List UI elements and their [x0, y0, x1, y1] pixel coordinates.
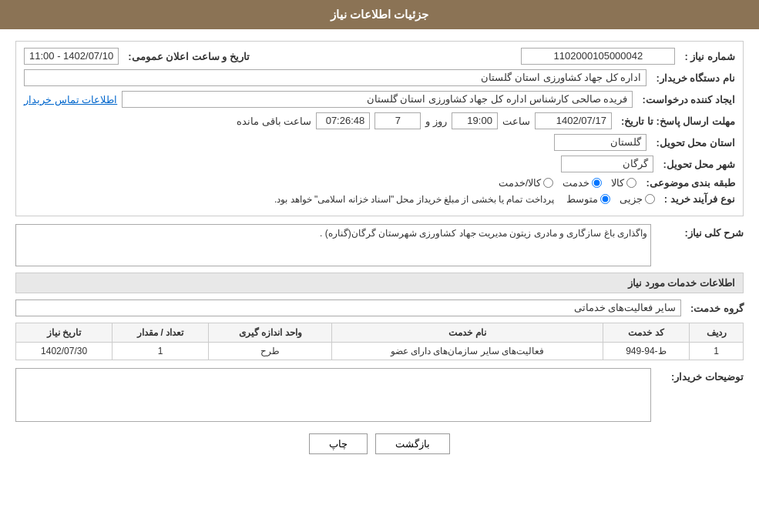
sherh-box-container: واگذاری باغ سازگاری و مادری زیتون مدیریت… — [15, 224, 651, 266]
ijad-konande-row: ایجاد کننده درخواست: فریده صالحی کارشناس… — [24, 91, 735, 108]
cell-vahed: طرح — [209, 343, 332, 360]
tabaqe-khedmat: خدمت — [563, 177, 602, 189]
tabaqe-khedmat-label: خدمت — [563, 177, 589, 189]
cell-tarikh: 1402/07/30 — [16, 343, 113, 360]
nooe-motevaset-label: متوسط — [566, 193, 598, 205]
saat-value: 19:00 — [452, 112, 498, 129]
ostan-row: استان محل تحویل: گلستان — [24, 134, 735, 151]
tabaqe-kala-khedmat-label: کالا/خدمت — [499, 177, 542, 189]
table-body: 1 ط-94-949 فعالیت‌های سایر سازمان‌های دا… — [16, 343, 744, 360]
tabaqe-kala-label: کالا — [611, 177, 624, 189]
shomare-niaz-value: 1102000105000042 — [521, 48, 675, 65]
mohlat-label: مهلت ارسال پاسخ: تا تاریخ: — [616, 115, 735, 127]
nooe-row: نوع فرآیند خرید : جزیی متوسط پرداخت تمام… — [24, 193, 735, 205]
nooe-motevaset: متوسط — [566, 193, 610, 205]
ostan-tahvil-label: استان محل تحویل: — [651, 137, 735, 149]
shomare-niaz-label: شماره نیاز : — [680, 51, 735, 62]
nam-dastgah-label: نام دستگاه خریدار: — [651, 72, 735, 84]
nooe-radio-group: جزیی متوسط — [566, 193, 655, 205]
nooe-jozi: جزیی — [620, 193, 655, 205]
nooe-jozi-label: جزیی — [620, 193, 643, 205]
tarikh-elan-value: 1402/07/10 - 11:00 — [24, 48, 119, 65]
back-button[interactable]: بازگشت — [375, 433, 450, 454]
shomare-row: شماره نیاز : 1102000105000042 تاریخ و سا… — [24, 48, 735, 65]
ostan-tahvil-value: گلستان — [554, 134, 646, 151]
table-header: ردیف کد خدمت نام خدمت واحد اندازه گیری ت… — [16, 323, 744, 343]
col-tarikh: تاریخ نیاز — [16, 323, 113, 343]
print-button[interactable]: چاپ — [309, 433, 368, 454]
khedamat-table-section: ردیف کد خدمت نام خدمت واحد اندازه گیری ت… — [15, 323, 744, 360]
page-title: جزئیات اطلاعات نیاز — [0, 0, 759, 29]
shahr-tahvil-label: شهر محل تحویل: — [658, 159, 735, 170]
col-radif: ردیف — [690, 323, 744, 343]
roz-value: 7 — [374, 112, 421, 129]
sherh-label: شرح کلی نیاز: — [651, 224, 744, 239]
tabaqe-radio-group: کالا خدمت کالا/خدمت — [499, 177, 637, 189]
col-vahed: واحد اندازه گیری — [209, 323, 332, 343]
saat-label: ساعت — [502, 115, 530, 127]
tarikh-elan-label: تاریخ و ساعت اعلان عمومی: — [123, 51, 250, 62]
ijad-konande-label: ایجاد کننده درخواست: — [637, 94, 735, 105]
tabaqe-khedmat-radio[interactable] — [592, 178, 602, 188]
nam-dastgah-value: اداره کل جهاد کشاورزی استان گلستان — [24, 69, 646, 86]
mohlat-row: مهلت ارسال پاسخ: تا تاریخ: 1402/07/17 سا… — [24, 112, 735, 129]
tabaqe-kala: کالا — [611, 177, 636, 189]
grooh-row: گروه خدمت: سایر فعالیت‌های خدماتی — [15, 299, 744, 316]
tabaqe-kala-khedmat: کالا/خدمت — [499, 177, 554, 189]
main-info-section: شماره نیاز : 1102000105000042 تاریخ و سا… — [15, 41, 744, 216]
saat-baqi-value: 07:26:48 — [316, 112, 370, 129]
ijad-konande-value: فریده صالحی کارشناس اداره کل جهاد کشاورز… — [122, 91, 633, 108]
ettelaat-tamas-link[interactable]: اطلاعات تماس خریدار — [24, 94, 117, 105]
tozihat-label: توضیحات خریدار: — [651, 368, 744, 383]
sherh-section: شرح کلی نیاز: واگذاری باغ سازگاری و مادر… — [15, 224, 744, 266]
tozihat-section: توضیحات خریدار: — [15, 368, 744, 422]
shahr-tahvil-value: گرگان — [561, 156, 653, 172]
col-nam: نام خدمت — [332, 323, 603, 343]
tabaqe-label: طبقه بندی موضوعی: — [641, 177, 735, 189]
table-row: 1 ط-94-949 فعالیت‌های سایر سازمان‌های دا… — [16, 343, 744, 360]
tabaqe-row: طبقه بندی موضوعی: کالا خدمت کالا/خدمت — [24, 177, 735, 189]
khedamat-table: ردیف کد خدمت نام خدمت واحد اندازه گیری ت… — [15, 323, 744, 360]
nam-dastgah-row: نام دستگاه خریدار: اداره کل جهاد کشاورزی… — [24, 69, 735, 86]
grooh-label: گروه خدمت: — [686, 303, 744, 314]
date-value: 1402/07/17 — [535, 112, 612, 129]
tabaqe-kala-khedmat-radio[interactable] — [543, 178, 553, 188]
nooe-jozi-radio[interactable] — [645, 194, 655, 204]
khedamat-section-title: اطلاعات خدمات مورد نیاز — [15, 273, 744, 293]
cell-tedad: 1 — [113, 343, 209, 360]
nooe-text: پرداخت تمام یا بخشی از مبلغ خریداز محل "… — [274, 194, 554, 205]
roz-label: روز و — [425, 115, 447, 127]
col-kod: کد خدمت — [603, 323, 690, 343]
grooh-value: سایر فعالیت‌های خدماتی — [15, 299, 681, 316]
cell-radif: 1 — [690, 343, 744, 360]
cell-kod: ط-94-949 — [603, 343, 690, 360]
tozihat-content — [15, 368, 651, 422]
cell-nam: فعالیت‌های سایر سازمان‌های دارای عضو — [332, 343, 603, 360]
tozihat-box-container — [15, 368, 651, 422]
saat-baqi-label: ساعت باقی مانده — [237, 115, 311, 127]
col-tedad: تعداد / مقدار — [113, 323, 209, 343]
nooe-label: نوع فرآیند خرید : — [660, 193, 735, 205]
shahr-row: شهر محل تحویل: گرگان — [24, 156, 735, 172]
sherh-content: واگذاری باغ سازگاری و مادری زیتون مدیریت… — [15, 224, 651, 266]
nooe-motevaset-radio[interactable] — [600, 194, 610, 204]
button-row: بازگشت چاپ — [15, 433, 744, 454]
tabaqe-kala-radio[interactable] — [626, 178, 636, 188]
